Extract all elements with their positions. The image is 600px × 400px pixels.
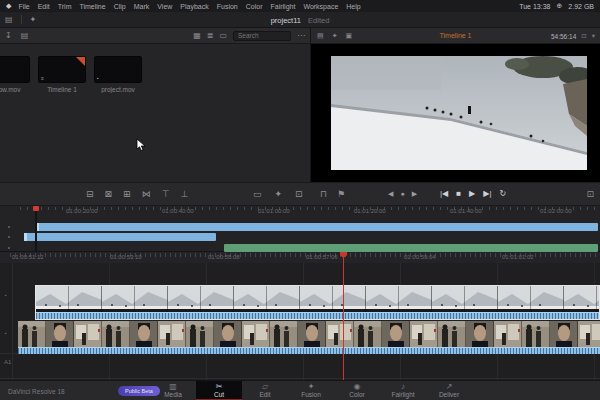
import-media-icon[interactable]: ↧ [5, 31, 12, 40]
skip-back-icon[interactable]: |◀ [440, 189, 448, 198]
trim-tail-icon[interactable]: ⊥ [180, 189, 188, 199]
split-clip-icon[interactable]: ⊟ [86, 189, 94, 199]
davinci-resolve-window: ◆ File Edit Trim Timeline Clip Mark View… [0, 0, 600, 400]
viewer-timecode[interactable]: 54:56:14 [551, 33, 576, 40]
menu-playback[interactable]: Playback [180, 3, 208, 10]
street-clip-audio-waveform[interactable] [18, 347, 600, 354]
video-frame [331, 56, 587, 170]
system-menu-bar: ◆ File Edit Trim Timeline Clip Mark View… [0, 0, 600, 12]
menu-fairlight[interactable]: Fairlight [271, 3, 296, 10]
track-marker [8, 247, 10, 249]
page-label: Fusion [288, 391, 334, 398]
menu-fusion[interactable]: Fusion [217, 3, 238, 10]
stop-icon[interactable]: ■ [456, 189, 461, 198]
smooth-cut-icon[interactable]: ⋈ [142, 189, 151, 199]
menu-clip[interactable]: Clip [114, 3, 126, 10]
app-logo-icon: ◆ [6, 2, 11, 10]
menu-color[interactable]: Color [246, 3, 263, 10]
media-page-icon: ▥ [150, 383, 196, 391]
clip-label: project.mov [94, 86, 142, 93]
flag-marker-icon[interactable]: ⚑ [337, 189, 345, 199]
media-clip-project[interactable]: ▪ project.mov [94, 56, 142, 93]
network-icon[interactable]: ⊕ [556, 2, 562, 10]
menu-edit[interactable]: Edit [38, 3, 50, 10]
audio-track-lane[interactable] [0, 353, 600, 379]
transitions-icon[interactable]: ⊡ [295, 189, 303, 199]
timeline-clip-street[interactable] [18, 321, 600, 354]
skip-forward-icon[interactable]: ▶| [483, 189, 491, 198]
page-edit[interactable]: ▱ Edit [242, 381, 288, 400]
page-color[interactable]: ◉ Color [334, 381, 380, 400]
viewer-video-area[interactable] [311, 44, 600, 190]
page-navigation: DaVinci Resolve 18 Public Beta ▥ Media ✂… [0, 380, 600, 400]
list-view-icon[interactable]: ≣ [207, 31, 214, 40]
app-header: ▤ ✦ project11 Edited [0, 12, 600, 28]
menu-help[interactable]: Help [346, 3, 360, 10]
ruler-label: 01:01:20:00 [354, 208, 386, 214]
playhead-head[interactable] [33, 206, 39, 211]
titles-icon[interactable]: ▭ [253, 189, 262, 199]
razor-icon[interactable]: ⊠ [105, 189, 113, 199]
timeline-clip-snow[interactable] [35, 285, 600, 320]
overview-ruler[interactable]: 01:00:20:00 01:00:40:00 01:01:00:00 01:0… [0, 206, 600, 216]
page-deliver[interactable]: ↗ Deliver [426, 381, 472, 400]
play-icon[interactable]: ▶ [469, 189, 475, 198]
ruler-label: 01:00:51:12 [12, 254, 44, 260]
page-label: Deliver [426, 391, 472, 398]
viewer-options-chevron-icon[interactable]: ▾ [592, 32, 595, 40]
page-cut[interactable]: ✂ Cut [196, 381, 242, 400]
video-track-1-icon[interactable]: ▪ [5, 330, 7, 336]
media-pool-toolbar: ↧ ▤ ▦ ≣ ▭ ⋯ [0, 28, 310, 44]
menu-trim[interactable]: Trim [58, 3, 72, 10]
page-label: Cut [196, 391, 242, 398]
menu-file[interactable]: File [18, 3, 29, 10]
overview-clip-audio-1[interactable] [224, 244, 598, 252]
loop-icon[interactable]: ↻ [499, 189, 506, 198]
snow-clip-audio-waveform[interactable] [36, 312, 599, 319]
overview-clip-video-1[interactable] [24, 233, 216, 241]
review-back-icon[interactable]: ◀ [388, 190, 393, 198]
strip-view-icon[interactable]: ▭ [219, 31, 227, 40]
memory-indicator[interactable]: 2.92 GB [568, 3, 594, 10]
timeline-overview: 01:00:20:00 01:00:40:00 01:01:00:00 01:0… [0, 206, 600, 252]
timeline-playhead[interactable] [343, 252, 344, 380]
clip-thumbnail[interactable]: ▪ [0, 56, 30, 83]
media-clip-timeline-1[interactable]: ≡ Timeline 1 [38, 56, 86, 93]
page-fairlight[interactable]: ♪ Fairlight [380, 381, 426, 400]
review-play-icon[interactable]: ▶ [412, 190, 417, 198]
bin-icon[interactable]: ▤ [21, 31, 29, 40]
clip-thumbnail[interactable]: ≡ [38, 56, 86, 83]
menu-timeline[interactable]: Timeline [79, 3, 105, 10]
search-input[interactable] [233, 31, 291, 41]
menu-workspace[interactable]: Workspace [303, 3, 338, 10]
overview-clip-video-2[interactable] [36, 223, 598, 231]
page-label: Color [334, 391, 380, 398]
trim-head-icon[interactable]: ⊤ [162, 189, 170, 199]
timeline-toolbar: ⊟ ⊠ ⊞ ⋈ ⊤ ⊥ ▭ ✦ ⊡ ⊓ ⚑ ◀ ● ▶ |◀ ■ ▶ ▶| ↻ … [0, 182, 600, 206]
project-title: project11 Edited [0, 16, 600, 25]
snap-icon[interactable]: ⊓ [320, 189, 327, 199]
mouse-cursor [136, 138, 146, 152]
system-clock[interactable]: Tue 13:38 [519, 3, 550, 10]
video-track-2-icon[interactable]: ▪ [5, 292, 7, 298]
clip-thumbnail[interactable]: ▪ [94, 56, 142, 83]
page-media[interactable]: ▥ Media [150, 381, 196, 400]
review-stop-icon[interactable]: ● [400, 190, 404, 198]
audio-track-label: A1 [4, 359, 11, 365]
deliver-page-icon: ↗ [426, 383, 472, 391]
insert-clip-icon[interactable]: ⊞ [123, 189, 131, 199]
viewer-panel: ▤ ✦ ▣ Timeline 1 54:56:14 ⊡ ▾ [310, 28, 600, 190]
detail-ruler[interactable]: 01:00:51:12 01:00:53:10 01:00:55:08 01:0… [0, 252, 600, 263]
page-fusion[interactable]: ✦ Fusion [288, 381, 334, 400]
menu-view[interactable]: View [157, 3, 172, 10]
viewer-expand-icon[interactable]: ⊡ [581, 32, 586, 40]
ruler-label: 01:01:40:00 [450, 208, 482, 214]
grid-view-icon[interactable]: ▦ [193, 31, 201, 40]
more-options-icon[interactable]: ⋯ [297, 31, 305, 40]
ruler-label: 01:00:20:00 [66, 208, 98, 214]
media-clip-snow[interactable]: ▪ snow.mov [0, 56, 30, 93]
overview-playhead[interactable] [35, 206, 37, 252]
effects-icon[interactable]: ✦ [275, 189, 283, 199]
fullscreen-icon[interactable]: ⊡ [586, 189, 594, 199]
menu-mark[interactable]: Mark [134, 3, 150, 10]
